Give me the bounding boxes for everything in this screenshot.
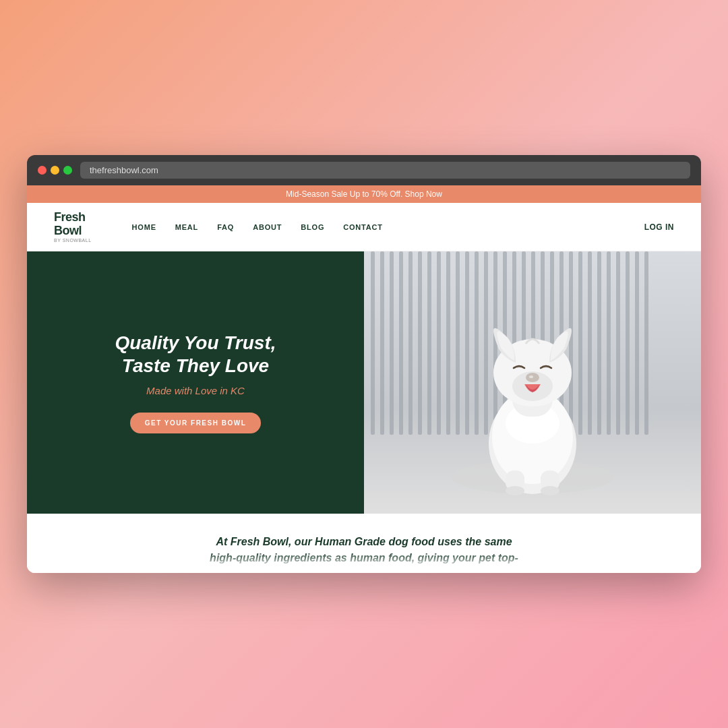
address-bar[interactable]: thefreshbowl.com xyxy=(80,162,690,179)
logo-sub: by Snowball xyxy=(54,238,92,243)
minimize-button[interactable] xyxy=(51,166,59,175)
nav-item-about[interactable]: ABOUT xyxy=(253,223,282,231)
nav-item-faq[interactable]: FAQ xyxy=(217,223,234,231)
nav-item-contact[interactable]: CONTACT xyxy=(343,223,383,231)
description-line1: At Fresh Bowl, our Human Grade dog food … xyxy=(216,536,512,547)
hero-heading-line1: Quality You Trust, xyxy=(115,332,276,353)
nav-item-blog[interactable]: BLOG xyxy=(301,223,324,231)
main-nav: HOME MEAL FAQ ABOUT BLOG CONTACT xyxy=(132,223,644,231)
website-content: Mid-Season Sale Up to 70% Off. Shop Now … xyxy=(27,185,701,573)
nav-item-home[interactable]: HOME xyxy=(132,223,156,231)
announcement-bar[interactable]: Mid-Season Sale Up to 70% Off. Shop Now xyxy=(27,185,701,203)
browser-window: thefreshbowl.com Mid-Season Sale Up to 7… xyxy=(27,155,701,573)
hero-section: Quality You Trust, Taste They Love Made … xyxy=(27,251,701,514)
browser-chrome: thefreshbowl.com xyxy=(27,155,701,185)
nav-item-meal[interactable]: MEAL xyxy=(175,223,198,231)
svg-point-8 xyxy=(529,375,533,378)
announcement-text: Mid-Season Sale Up to 70% Off. Shop Now xyxy=(286,189,442,199)
svg-point-11 xyxy=(506,486,524,495)
cta-button[interactable]: GET YOUR FRESH BOWL xyxy=(130,413,262,433)
dog-scene xyxy=(364,251,701,514)
description-text: At Fresh Bowl, our Human Grade dog food … xyxy=(67,534,661,566)
logo-fresh: Fresh xyxy=(54,211,92,224)
hero-subheading: Made with Love in KC xyxy=(146,385,245,396)
close-button[interactable] xyxy=(38,166,47,175)
login-button[interactable]: LOG IN xyxy=(644,222,674,232)
traffic-lights xyxy=(38,166,72,175)
maximize-button[interactable] xyxy=(63,166,72,175)
dog-svg xyxy=(438,268,627,497)
description-line2: high-quality ingredients as human food, … xyxy=(210,552,518,564)
bottom-description: At Fresh Bowl, our Human Grade dog food … xyxy=(27,514,701,573)
logo[interactable]: Fresh Bowl by Snowball xyxy=(54,211,92,243)
hero-heading-line2: Taste They Love xyxy=(122,355,269,376)
hero-heading: Quality You Trust, Taste They Love xyxy=(115,332,276,377)
hero-right-panel xyxy=(364,251,701,514)
dog-image xyxy=(364,251,701,514)
header: Fresh Bowl by Snowball HOME MEAL FAQ ABO… xyxy=(27,203,701,251)
svg-point-12 xyxy=(541,486,559,495)
hero-left-panel: Quality You Trust, Taste They Love Made … xyxy=(27,251,364,514)
logo-bowl: Bowl xyxy=(54,224,92,238)
